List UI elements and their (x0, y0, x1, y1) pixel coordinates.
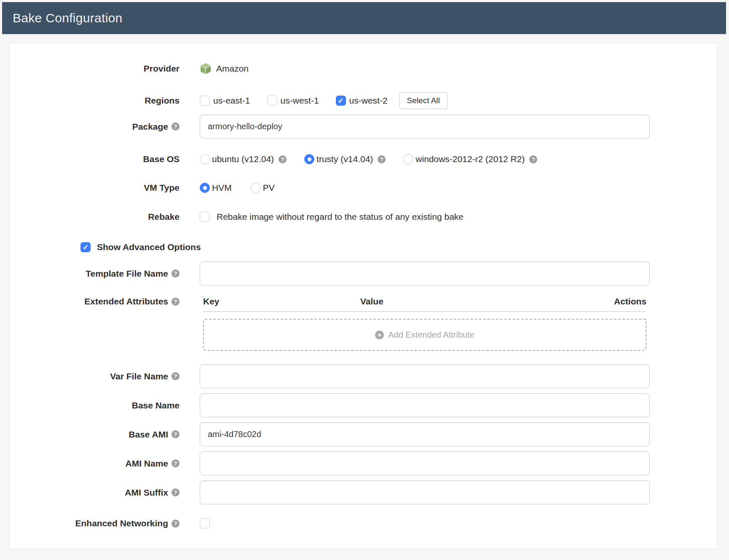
base-ami-row: Base AMI ? (10, 422, 717, 446)
column-header-key: Key (203, 296, 360, 307)
region-option-label[interactable]: us-west-2 (349, 96, 388, 106)
ami-name-input[interactable] (200, 451, 650, 475)
question-circle-icon[interactable]: ? (172, 372, 180, 380)
enhanced-networking-row: Enhanced Networking ? (10, 514, 717, 533)
base-name-row: Base Name (10, 393, 717, 417)
page-header: Bake Configuration (2, 2, 726, 34)
base-os-option-trusty: trusty (v14.04) ? (304, 154, 386, 164)
question-circle-icon[interactable]: ? (172, 520, 180, 528)
ami-suffix-row: AMI Suffix ? (10, 480, 717, 504)
regions-label: Regions (145, 96, 180, 106)
region-checkbox-us-west-2[interactable] (336, 96, 346, 106)
add-extended-attribute-button[interactable]: + Add Extended Attribute (203, 319, 646, 351)
question-circle-icon[interactable]: ? (378, 155, 386, 163)
package-input[interactable] (200, 115, 650, 139)
region-option-label[interactable]: us-east-1 (213, 96, 250, 106)
template-file-name-input[interactable] (200, 261, 650, 285)
region-option-us-west-1: us-west-1 (267, 96, 319, 106)
var-file-name-label: Var File Name (110, 371, 168, 381)
vm-type-option-pv: PV (251, 183, 275, 193)
ami-name-label: AMI Name (125, 459, 168, 469)
region-checkbox-us-east-1[interactable] (200, 96, 210, 106)
question-circle-icon[interactable]: ? (172, 298, 180, 306)
extended-attributes-table-header: Key Value Actions (200, 292, 650, 311)
ami-suffix-input[interactable] (200, 480, 650, 504)
vm-type-option-label[interactable]: HVM (212, 183, 232, 193)
question-circle-icon[interactable]: ? (172, 459, 180, 467)
base-ami-label: Base AMI (129, 429, 168, 440)
var-file-name-row: Var File Name ? (10, 364, 717, 388)
package-label: Package (132, 122, 168, 132)
aws-cube-icon (200, 62, 212, 75)
base-os-radio-windows[interactable] (403, 154, 413, 164)
var-file-name-input[interactable] (200, 364, 650, 388)
question-circle-icon[interactable]: ? (279, 155, 287, 163)
base-name-label: Base Name (132, 400, 180, 411)
base-name-input[interactable] (200, 393, 650, 417)
base-os-option-label[interactable]: windows-2012-r2 (2012 R2) (415, 154, 525, 164)
base-os-radio-ubuntu[interactable] (200, 154, 210, 164)
rebake-checkbox[interactable] (200, 212, 210, 222)
package-row: Package ? (10, 115, 717, 139)
show-advanced-options-checkbox[interactable] (80, 242, 91, 252)
extended-attributes-label: Extended Attributes (84, 296, 168, 307)
question-circle-icon[interactable]: ? (172, 123, 180, 131)
provider-name: Amazon (216, 64, 249, 74)
base-os-option-windows: windows-2012-r2 (2012 R2) ? (403, 154, 537, 164)
base-os-row: Base OS ubuntu (v12.04) ? trusty (v14.04… (10, 149, 717, 169)
show-advanced-options-row: Show Advanced Options (10, 237, 717, 257)
template-file-name-label: Template File Name (86, 269, 168, 279)
rebake-row: Rebake Rebake image without regard to th… (10, 207, 717, 227)
vm-type-option-label[interactable]: PV (263, 183, 275, 193)
base-os-option-label[interactable]: ubuntu (v12.04) (212, 154, 274, 164)
extended-attributes-row: Extended Attributes ? Key Value Actions … (10, 292, 717, 351)
region-option-us-west-2: us-west-2 (336, 96, 388, 106)
enhanced-networking-label: Enhanced Networking (75, 518, 168, 528)
template-file-name-row: Template File Name ? (10, 261, 717, 285)
rebake-label: Rebake (148, 212, 180, 222)
plus-circle-icon: + (375, 331, 384, 339)
question-circle-icon[interactable]: ? (172, 269, 180, 277)
provider-row: Provider Amazon (10, 59, 717, 78)
add-extended-attribute-label: Add Extended Attribute (388, 330, 474, 340)
base-os-option-ubuntu: ubuntu (v12.04) ? (200, 154, 287, 164)
vm-type-label: VM Type (144, 183, 180, 193)
vm-type-option-hvm: HVM (200, 183, 232, 193)
show-advanced-options-label[interactable]: Show Advanced Options (97, 242, 201, 252)
ami-suffix-label: AMI Suffix (125, 488, 168, 498)
question-circle-icon[interactable]: ? (529, 155, 537, 163)
region-option-label[interactable]: us-west-1 (281, 96, 319, 106)
provider-label: Provider (144, 64, 180, 74)
column-header-actions: Actions (614, 296, 646, 307)
column-header-value: Value (360, 296, 614, 307)
region-option-us-east-1: us-east-1 (200, 96, 250, 106)
ami-name-row: AMI Name ? (10, 451, 717, 475)
enhanced-networking-checkbox[interactable] (200, 518, 210, 528)
page-title: Bake Configuration (13, 11, 123, 25)
base-os-radio-trusty[interactable] (304, 154, 314, 164)
rebake-checkbox-label[interactable]: Rebake image without regard to the statu… (217, 212, 464, 222)
provider-value: Amazon (200, 62, 249, 75)
question-circle-icon[interactable]: ? (172, 430, 180, 438)
base-ami-input[interactable] (200, 422, 650, 446)
question-circle-icon[interactable]: ? (172, 488, 180, 496)
region-checkbox-us-west-1[interactable] (267, 96, 277, 106)
vm-type-radio-hvm[interactable] (200, 183, 210, 193)
base-os-label: Base OS (143, 154, 180, 164)
table-header-divider (203, 311, 646, 312)
bake-configuration-panel: Provider Amazon Regions us-east-1 (9, 43, 718, 549)
regions-row: Regions us-east-1 us-west-1 us-west-2 Se… (10, 91, 717, 110)
vm-type-row: VM Type HVM PV (10, 178, 717, 197)
base-os-option-label[interactable]: trusty (v14.04) (316, 154, 373, 164)
vm-type-radio-pv[interactable] (251, 183, 261, 193)
select-all-button[interactable]: Select All (399, 92, 448, 109)
